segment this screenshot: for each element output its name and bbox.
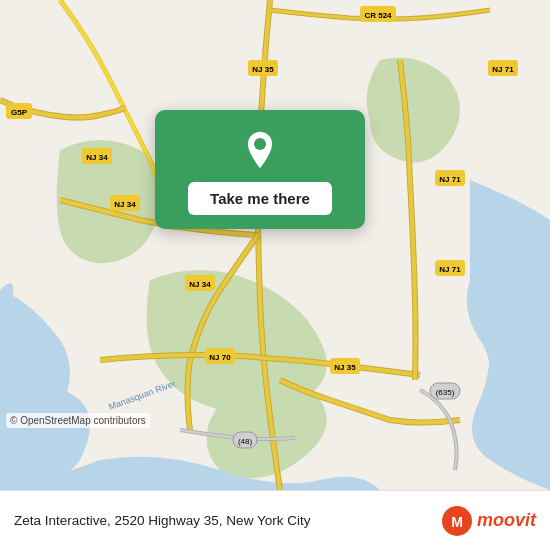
svg-text:CR 524: CR 524 [364,11,392,20]
location-label: Zeta Interactive, 2520 Highway 35, New Y… [14,513,441,528]
svg-text:NJ 71: NJ 71 [439,265,461,274]
map-view: Manasquan River G5P NJ 34 NJ 34 NJ 35 CR… [0,0,550,490]
svg-text:NJ 34: NJ 34 [189,280,211,289]
svg-text:G5P: G5P [11,108,28,117]
svg-text:M: M [451,514,463,530]
svg-text:NJ 35: NJ 35 [334,363,356,372]
svg-text:NJ 34: NJ 34 [114,200,136,209]
location-card: Take me there [155,110,365,229]
bottom-bar: Zeta Interactive, 2520 Highway 35, New Y… [0,490,550,550]
svg-text:(635): (635) [436,388,455,397]
location-pin-icon [238,128,282,172]
svg-text:NJ 71: NJ 71 [492,65,514,74]
svg-text:NJ 71: NJ 71 [439,175,461,184]
map-attribution: © OpenStreetMap contributors [6,413,150,428]
moovit-logo: M moovit [441,505,536,537]
moovit-brand-icon: M [441,505,473,537]
svg-text:NJ 35: NJ 35 [252,65,274,74]
svg-text:NJ 34: NJ 34 [86,153,108,162]
svg-point-28 [254,138,266,150]
take-me-there-button[interactable]: Take me there [188,182,332,215]
svg-text:NJ 70: NJ 70 [209,353,231,362]
moovit-brand-name: moovit [477,510,536,531]
svg-text:(48): (48) [238,437,253,446]
